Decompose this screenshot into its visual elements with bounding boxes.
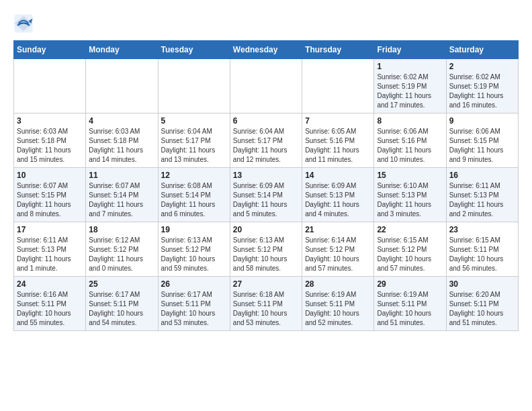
logo bbox=[13, 13, 36, 34]
calendar-cell bbox=[158, 59, 230, 113]
calendar-cell: 10Sunrise: 6:07 AM Sunset: 5:15 PM Dayli… bbox=[14, 168, 86, 222]
day-number: 7 bbox=[305, 116, 371, 126]
day-info: Sunrise: 6:02 AM Sunset: 5:19 PM Dayligh… bbox=[449, 73, 515, 110]
calendar-week-row: 24Sunrise: 6:16 AM Sunset: 5:11 PM Dayli… bbox=[14, 277, 519, 331]
day-info: Sunrise: 6:17 AM Sunset: 5:11 PM Dayligh… bbox=[89, 290, 154, 328]
day-info: Sunrise: 6:11 AM Sunset: 5:13 PM Dayligh… bbox=[17, 236, 83, 273]
day-info: Sunrise: 6:20 AM Sunset: 5:11 PM Dayligh… bbox=[449, 290, 515, 328]
day-info: Sunrise: 6:14 AM Sunset: 5:12 PM Dayligh… bbox=[305, 236, 371, 273]
day-number: 3 bbox=[17, 116, 83, 126]
day-number: 27 bbox=[233, 279, 299, 289]
calendar-cell: 25Sunrise: 6:17 AM Sunset: 5:11 PM Dayli… bbox=[86, 277, 158, 331]
day-info: Sunrise: 6:13 AM Sunset: 5:12 PM Dayligh… bbox=[161, 236, 227, 273]
calendar-cell: 23Sunrise: 6:15 AM Sunset: 5:11 PM Dayli… bbox=[446, 222, 518, 277]
day-of-week-header: Friday bbox=[374, 41, 446, 59]
calendar-cell: 24Sunrise: 6:16 AM Sunset: 5:11 PM Dayli… bbox=[14, 277, 86, 331]
day-info: Sunrise: 6:18 AM Sunset: 5:11 PM Dayligh… bbox=[233, 290, 299, 328]
calendar-cell: 1Sunrise: 6:02 AM Sunset: 5:19 PM Daylig… bbox=[374, 59, 446, 113]
calendar-cell: 18Sunrise: 6:12 AM Sunset: 5:12 PM Dayli… bbox=[86, 222, 158, 277]
day-info: Sunrise: 6:15 AM Sunset: 5:12 PM Dayligh… bbox=[377, 236, 443, 273]
calendar-cell: 4Sunrise: 6:03 AM Sunset: 5:18 PM Daylig… bbox=[86, 113, 158, 168]
calendar-cell: 11Sunrise: 6:07 AM Sunset: 5:14 PM Dayli… bbox=[86, 168, 158, 222]
calendar-week-row: 1Sunrise: 6:02 AM Sunset: 5:19 PM Daylig… bbox=[14, 59, 519, 113]
calendar-cell bbox=[86, 59, 158, 113]
day-info: Sunrise: 6:03 AM Sunset: 5:18 PM Dayligh… bbox=[89, 127, 154, 165]
calendar-cell bbox=[230, 59, 302, 113]
calendar-cell: 28Sunrise: 6:19 AM Sunset: 5:11 PM Dayli… bbox=[302, 277, 374, 331]
day-number: 12 bbox=[161, 171, 227, 180]
calendar-cell: 12Sunrise: 6:08 AM Sunset: 5:14 PM Dayli… bbox=[158, 168, 230, 222]
calendar-cell: 7Sunrise: 6:05 AM Sunset: 5:16 PM Daylig… bbox=[302, 113, 374, 168]
day-number: 10 bbox=[17, 171, 83, 180]
day-number: 18 bbox=[89, 225, 154, 234]
day-number: 14 bbox=[305, 171, 371, 180]
day-info: Sunrise: 6:19 AM Sunset: 5:11 PM Dayligh… bbox=[305, 290, 371, 328]
day-of-week-header: Thursday bbox=[302, 41, 374, 59]
day-number: 6 bbox=[233, 116, 299, 126]
day-info: Sunrise: 6:02 AM Sunset: 5:19 PM Dayligh… bbox=[377, 73, 443, 110]
day-number: 21 bbox=[305, 225, 371, 234]
day-info: Sunrise: 6:10 AM Sunset: 5:13 PM Dayligh… bbox=[377, 181, 443, 219]
day-number: 30 bbox=[449, 279, 515, 289]
day-info: Sunrise: 6:05 AM Sunset: 5:16 PM Dayligh… bbox=[305, 127, 371, 165]
day-of-week-header: Sunday bbox=[14, 41, 86, 59]
day-number: 28 bbox=[305, 279, 371, 289]
calendar-week-row: 17Sunrise: 6:11 AM Sunset: 5:13 PM Dayli… bbox=[14, 222, 519, 277]
calendar-cell: 2Sunrise: 6:02 AM Sunset: 5:19 PM Daylig… bbox=[446, 59, 518, 113]
day-number: 23 bbox=[449, 225, 515, 234]
calendar-cell: 9Sunrise: 6:06 AM Sunset: 5:15 PM Daylig… bbox=[446, 113, 518, 168]
calendar-cell: 8Sunrise: 6:06 AM Sunset: 5:16 PM Daylig… bbox=[374, 113, 446, 168]
day-info: Sunrise: 6:04 AM Sunset: 5:17 PM Dayligh… bbox=[161, 127, 227, 165]
day-info: Sunrise: 6:09 AM Sunset: 5:14 PM Dayligh… bbox=[233, 181, 299, 219]
day-info: Sunrise: 6:15 AM Sunset: 5:11 PM Dayligh… bbox=[449, 236, 515, 273]
calendar-cell: 16Sunrise: 6:11 AM Sunset: 5:13 PM Dayli… bbox=[446, 168, 518, 222]
calendar-cell: 29Sunrise: 6:19 AM Sunset: 5:11 PM Dayli… bbox=[374, 277, 446, 331]
calendar-week-row: 10Sunrise: 6:07 AM Sunset: 5:15 PM Dayli… bbox=[14, 168, 519, 222]
calendar-cell: 30Sunrise: 6:20 AM Sunset: 5:11 PM Dayli… bbox=[446, 277, 518, 331]
day-info: Sunrise: 6:08 AM Sunset: 5:14 PM Dayligh… bbox=[161, 181, 227, 219]
day-info: Sunrise: 6:03 AM Sunset: 5:18 PM Dayligh… bbox=[17, 127, 83, 165]
calendar-cell: 27Sunrise: 6:18 AM Sunset: 5:11 PM Dayli… bbox=[230, 277, 302, 331]
calendar-cell: 3Sunrise: 6:03 AM Sunset: 5:18 PM Daylig… bbox=[14, 113, 86, 168]
day-number: 15 bbox=[377, 171, 443, 180]
calendar-cell: 19Sunrise: 6:13 AM Sunset: 5:12 PM Dayli… bbox=[158, 222, 230, 277]
calendar-cell: 14Sunrise: 6:09 AM Sunset: 5:13 PM Dayli… bbox=[302, 168, 374, 222]
calendar-cell: 6Sunrise: 6:04 AM Sunset: 5:17 PM Daylig… bbox=[230, 113, 302, 168]
day-number: 16 bbox=[449, 171, 515, 180]
logo-icon bbox=[13, 13, 34, 34]
day-number: 25 bbox=[89, 279, 154, 289]
calendar-cell: 20Sunrise: 6:13 AM Sunset: 5:12 PM Dayli… bbox=[230, 222, 302, 277]
day-number: 20 bbox=[233, 225, 299, 234]
day-number: 17 bbox=[17, 225, 83, 234]
calendar-cell: 17Sunrise: 6:11 AM Sunset: 5:13 PM Dayli… bbox=[14, 222, 86, 277]
day-number: 26 bbox=[161, 279, 227, 289]
day-info: Sunrise: 6:11 AM Sunset: 5:13 PM Dayligh… bbox=[449, 181, 515, 219]
day-info: Sunrise: 6:16 AM Sunset: 5:11 PM Dayligh… bbox=[17, 290, 83, 328]
day-number: 1 bbox=[377, 62, 443, 71]
day-number: 9 bbox=[449, 116, 515, 126]
day-number: 2 bbox=[449, 62, 515, 71]
day-info: Sunrise: 6:04 AM Sunset: 5:17 PM Dayligh… bbox=[233, 127, 299, 165]
day-number: 4 bbox=[89, 116, 154, 126]
day-info: Sunrise: 6:17 AM Sunset: 5:11 PM Dayligh… bbox=[161, 290, 227, 328]
day-number: 5 bbox=[161, 116, 227, 126]
day-number: 13 bbox=[233, 171, 299, 180]
day-info: Sunrise: 6:07 AM Sunset: 5:15 PM Dayligh… bbox=[17, 181, 83, 219]
day-of-week-header: Tuesday bbox=[158, 41, 230, 59]
calendar-cell: 26Sunrise: 6:17 AM Sunset: 5:11 PM Dayli… bbox=[158, 277, 230, 331]
day-info: Sunrise: 6:13 AM Sunset: 5:12 PM Dayligh… bbox=[233, 236, 299, 273]
day-info: Sunrise: 6:07 AM Sunset: 5:14 PM Dayligh… bbox=[89, 181, 154, 219]
day-number: 22 bbox=[377, 225, 443, 234]
calendar-week-row: 3Sunrise: 6:03 AM Sunset: 5:18 PM Daylig… bbox=[14, 113, 519, 168]
day-number: 11 bbox=[89, 171, 154, 180]
calendar-cell: 21Sunrise: 6:14 AM Sunset: 5:12 PM Dayli… bbox=[302, 222, 374, 277]
calendar-cell bbox=[14, 59, 86, 113]
day-of-week-header: Monday bbox=[86, 41, 158, 59]
page-header bbox=[13, 13, 519, 34]
calendar-table: SundayMondayTuesdayWednesdayThursdayFrid… bbox=[13, 40, 519, 331]
day-of-week-header: Saturday bbox=[446, 41, 518, 59]
calendar-cell bbox=[302, 59, 374, 113]
calendar-cell: 15Sunrise: 6:10 AM Sunset: 5:13 PM Dayli… bbox=[374, 168, 446, 222]
day-number: 19 bbox=[161, 225, 227, 234]
day-number: 24 bbox=[17, 279, 83, 289]
